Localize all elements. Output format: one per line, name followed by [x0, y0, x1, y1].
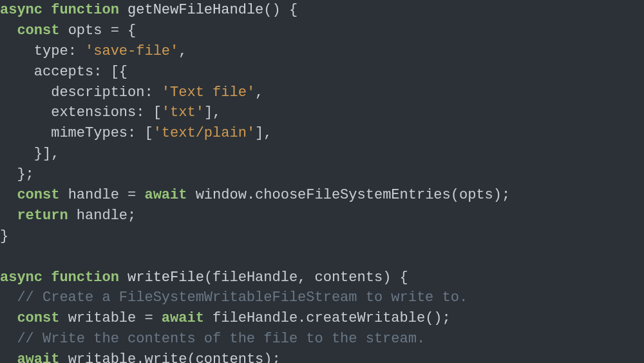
code-line: mimeTypes: ['text/plain'], [0, 125, 272, 141]
code-token: { [400, 270, 408, 286]
code-token: ], [204, 104, 221, 121]
code-line: const handle = await window.chooseFileSy… [0, 187, 510, 203]
code-token: 'Text file' [162, 84, 255, 101]
code-token: ( [204, 270, 213, 286]
code-token [0, 23, 17, 39]
code-token [0, 208, 17, 224]
code-token: opts [459, 187, 493, 203]
code-token: { [289, 2, 298, 18]
code-token [43, 2, 51, 18]
code-line: async function getNewFileHandle() { [0, 2, 298, 18]
code-token: ( [451, 187, 459, 203]
code-token: writable [68, 351, 137, 363]
code-token [281, 2, 289, 18]
code-token [0, 310, 17, 326]
code-token: , [255, 84, 263, 101]
code-line: }], [0, 146, 59, 162]
code-token: description [51, 84, 144, 101]
code-token: = [128, 187, 136, 203]
code-token [77, 43, 85, 59]
code-token: ); [263, 351, 280, 363]
code-line: return handle; [0, 208, 136, 224]
code-token: ], [255, 125, 272, 141]
code-token: 'txt' [162, 104, 204, 121]
code-token [0, 351, 17, 363]
code-token: await [144, 187, 187, 203]
code-token: // Create a FileSystemWritableFileStream… [17, 289, 468, 306]
code-token: contents [196, 351, 264, 363]
code-token [153, 310, 162, 326]
code-token: const [17, 310, 59, 326]
code-line: // Write the contents of the file to the… [0, 331, 425, 347]
code-line: type: 'save-file', [0, 43, 187, 59]
code-token: writable [68, 310, 137, 326]
code-token: const [17, 23, 59, 39]
code-token: accepts [34, 64, 93, 80]
code-token: async [0, 2, 43, 18]
code-token: handle [77, 208, 128, 224]
code-token [0, 84, 51, 101]
code-token: extensions [51, 104, 136, 121]
code-token [102, 23, 110, 39]
code-line: // Create a FileSystemWritableFileStream… [0, 289, 468, 306]
code-line: accepts: [{ [0, 64, 128, 80]
code-token: ) [383, 270, 391, 286]
code-token: [ [153, 104, 162, 121]
code-token [119, 270, 128, 286]
code-token [0, 146, 34, 162]
code-token [0, 289, 17, 306]
code-token [136, 125, 144, 141]
code-token: : [144, 84, 153, 101]
code-token [119, 187, 128, 203]
code-token: getNewFileHandle [128, 2, 263, 18]
code-line: async function writeFile(fileHandle, con… [0, 270, 408, 286]
code-token: type [34, 43, 68, 59]
code-token: contents [315, 270, 383, 286]
code-token [59, 23, 68, 39]
code-token [187, 187, 195, 203]
code-token: return [17, 208, 68, 224]
code-token: (); [425, 310, 451, 326]
code-token: async [0, 270, 43, 286]
code-token [0, 166, 17, 182]
code-token: 'text/plain' [153, 125, 255, 141]
code-token: window [196, 187, 247, 203]
code-token [59, 310, 68, 326]
code-token: : [136, 104, 144, 121]
code-token: writeFile [128, 270, 204, 286]
code-token: opts [68, 23, 102, 39]
code-token: function [51, 270, 119, 286]
code-token [43, 270, 51, 286]
code-token: ); [493, 187, 510, 203]
code-token: [{ [111, 64, 128, 80]
code-token [136, 187, 144, 203]
code-token: } [0, 228, 8, 244]
code-token [306, 270, 314, 286]
code-token: ; [128, 208, 136, 224]
code-token: [ [144, 125, 153, 141]
code-token [0, 331, 17, 347]
code-line: }; [0, 166, 34, 182]
code-token [119, 2, 128, 18]
code-token [144, 104, 153, 121]
code-token [0, 125, 51, 141]
code-token: await [162, 310, 204, 326]
code-token: mimeTypes [51, 125, 128, 141]
code-token [102, 64, 110, 80]
code-line: const opts = { [0, 23, 136, 39]
code-token [153, 84, 162, 101]
code-token: chooseFileSystemEntries [255, 187, 451, 203]
code-token: }; [17, 166, 33, 182]
code-token: : [68, 43, 77, 59]
code-token [119, 23, 128, 39]
code-line: extensions: ['txt'], [0, 104, 221, 121]
code-token: = [111, 23, 119, 39]
code-token: function [51, 2, 119, 18]
code-token [391, 270, 399, 286]
code-token: const [17, 187, 59, 203]
code-token: , [178, 43, 187, 59]
code-line: } [0, 228, 8, 244]
code-block: async function getNewFileHandle() { cons… [0, 0, 644, 363]
code-token: // Write the contents of the file to the… [17, 331, 425, 347]
code-line: const writable = await fileHandle.create… [0, 310, 451, 326]
